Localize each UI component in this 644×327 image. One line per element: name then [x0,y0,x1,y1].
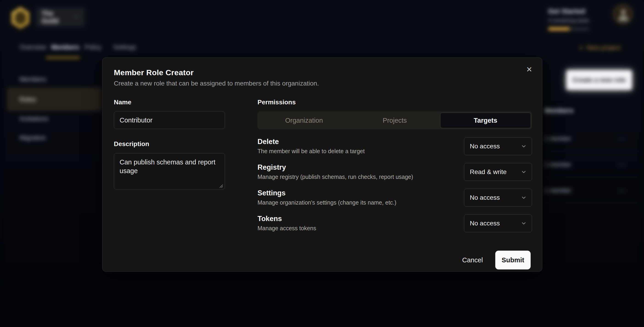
permission-row-delete: Delete The member will be able to delete… [258,137,532,155]
org-selector-button[interactable]: The Guild [36,7,85,27]
row-actions-icon[interactable]: ⋯ [618,161,639,169]
create-role-button[interactable]: Create a new role [566,70,632,90]
modal-footer: Cancel Submit [114,251,530,270]
tab-settings[interactable]: Settings [113,43,136,51]
member-role-creator-modal: ✕ Member Role Creator Create a new role … [102,57,542,272]
member-row-label: 1 member [544,135,571,142]
get-started-subtitle: 4 remaining tasks [548,17,594,24]
active-tab-underline [46,57,80,59]
delete-access-select[interactable]: No access [464,137,532,155]
name-label: Name [114,99,225,106]
chevron-down-icon [521,195,527,201]
select-value: Read & write [470,168,506,176]
row-actions-icon[interactable]: ⋯ [618,186,639,194]
members-panel-heading: Members [544,107,574,114]
tab-overview[interactable]: Overview [20,43,46,51]
hive-logo-icon[interactable] [10,7,30,29]
modal-subtitle: Create a new role that can be assigned t… [114,80,530,87]
permission-title: Tokens [258,214,316,223]
modal-title: Member Role Creator [114,68,530,77]
new-project-label: New project [586,44,620,51]
permission-info: Delete The member will be able to delete… [258,137,365,155]
member-row[interactable]: 1 member ⋯ [544,152,639,177]
cancel-button[interactable]: Cancel [461,254,484,266]
modal-form: Name Description Can publish schemas and… [114,99,530,240]
permission-description: The member will be able to delete a targ… [258,148,365,155]
permission-info: Registry Manage registry (publish schema… [258,163,413,180]
chevron-down-icon [521,143,527,149]
select-value: No access [470,220,500,227]
permissions-tabs: Organization Projects Targets [258,111,532,129]
tab-members[interactable]: Members [51,43,80,51]
members-list: 1 member ⋯ 1 member ⋯ 1 member ⋯ [544,126,639,203]
plus-icon: + [579,44,584,51]
permission-description: Manage access tokens [258,225,316,232]
user-icon-body [618,15,628,21]
description-field-block: Description Can publish schemas and repo… [114,140,225,190]
description-label: Description [114,140,225,148]
permissions-label: Permissions [258,99,532,106]
sidebar-item-members[interactable]: Members [20,76,46,83]
permission-row-registry: Registry Manage registry (publish schema… [258,163,532,181]
select-value: No access [470,194,500,201]
permission-row-settings: Settings Manage organization's settings … [258,189,532,207]
permission-description: Manage registry (publish schemas, run ch… [258,174,413,180]
permission-info: Settings Manage organization's settings … [258,189,396,206]
tab-projects[interactable]: Projects [349,113,440,128]
get-started-title: Get Started [548,7,594,15]
tab-policy[interactable]: Policy [84,43,102,51]
permission-title: Delete [258,137,365,146]
close-icon[interactable]: ✕ [523,63,535,75]
user-icon [621,9,626,14]
hive-logo-inner [14,10,26,25]
permission-row-tokens: Tokens Manage access tokens No access [258,214,532,232]
org-selector-label: The Guild [42,10,69,25]
settings-access-select[interactable]: No access [464,189,532,207]
modal-right-column: Permissions Organization Projects Target… [258,99,532,240]
chevron-down-icon [74,14,79,20]
modal-left-column: Name Description Can publish schemas and… [114,99,225,240]
name-field-block: Name [114,99,225,129]
get-started-progress-track [548,27,590,30]
chevron-down-icon [521,220,527,226]
submit-button[interactable]: Submit [495,251,530,270]
member-row[interactable]: 1 member ⋯ [544,177,639,203]
tab-organization[interactable]: Organization [259,113,349,128]
sidebar-item-migration[interactable]: Migration [20,134,46,141]
get-started-widget[interactable]: Get Started 4 remaining tasks [548,7,594,30]
new-project-button[interactable]: + New project [579,44,620,51]
description-textarea[interactable]: Can publish schemas and report usage [114,153,225,189]
tab-targets[interactable]: Targets [440,113,531,128]
tokens-access-select[interactable]: No access [464,214,532,232]
member-row[interactable]: 1 member ⋯ [544,126,639,152]
member-row-label: 1 member [544,161,571,168]
permission-title: Settings [258,189,396,197]
sidebar-item-invitations[interactable]: Invitations [20,115,48,122]
row-actions-icon[interactable]: ⋯ [618,135,639,143]
name-input[interactable] [114,111,225,129]
permission-title: Registry [258,163,413,172]
user-avatar[interactable] [613,4,633,24]
sidebar-item-roles[interactable]: Roles [20,96,36,103]
registry-access-select[interactable]: Read & write [464,163,532,181]
select-value: No access [470,143,500,150]
permission-info: Tokens Manage access tokens [258,214,316,232]
permission-description: Manage organization's settings (change i… [258,199,396,206]
member-row-label: 1 member [544,187,571,194]
get-started-progress-fill [548,27,570,30]
chevron-down-icon [521,169,527,175]
